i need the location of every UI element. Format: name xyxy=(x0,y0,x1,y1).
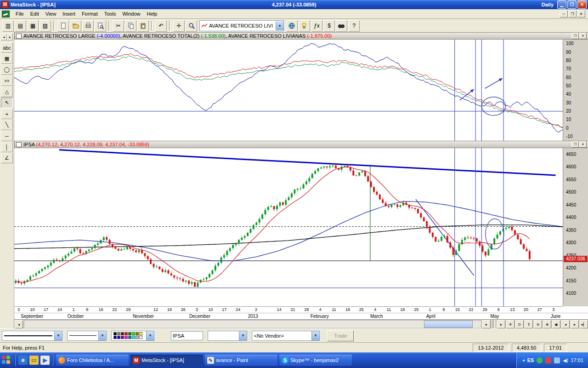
help-icon[interactable]: ? xyxy=(348,20,360,32)
color-swatch[interactable] xyxy=(139,332,142,335)
color-swatch[interactable] xyxy=(124,336,128,339)
symbol-input[interactable] xyxy=(171,331,203,340)
crosshair-mode-button[interactable]: ✛ xyxy=(506,320,514,328)
price-close-button[interactable]: ✕ xyxy=(579,141,587,148)
copy-icon[interactable] xyxy=(125,20,136,32)
page-right-button[interactable]: ▸ xyxy=(497,320,505,328)
color-swatch[interactable] xyxy=(117,332,120,335)
color-swatch[interactable] xyxy=(121,336,124,339)
menu-file[interactable]: File xyxy=(12,10,27,17)
color-swatch[interactable] xyxy=(113,336,117,339)
price-plot[interactable] xyxy=(14,148,563,306)
color-swatch[interactable] xyxy=(136,332,139,335)
text-tool[interactable]: abc xyxy=(1,42,13,53)
start-button[interactable] xyxy=(2,356,11,365)
dropdown-arrow-icon[interactable]: ▼ xyxy=(311,331,319,340)
menu-view[interactable]: View xyxy=(42,10,60,17)
horizontal-line-tool[interactable]: ─ xyxy=(1,131,13,141)
rectangle-tool[interactable]: ▭ xyxy=(1,75,13,86)
color-swatch[interactable] xyxy=(128,332,131,335)
task-button-metastock[interactable]: MMetaStock - [IPSA] xyxy=(130,355,203,366)
dropdown-arrow-icon[interactable]: ▼ xyxy=(146,331,154,340)
menu-edit[interactable]: Edit xyxy=(27,10,42,17)
vertical-line-tool[interactable]: │ xyxy=(1,142,13,152)
task-button-firefox[interactable]: Foro Chilebolsa / A... xyxy=(56,355,129,366)
mdi-close-button[interactable]: ✕ xyxy=(577,10,585,17)
scroll-forward-button[interactable]: ▸ xyxy=(571,320,579,328)
indicator-plot[interactable] xyxy=(14,40,563,141)
dropdown-arrow-icon[interactable]: ▼ xyxy=(98,331,106,340)
open-icon[interactable] xyxy=(70,20,81,32)
line-style-dropdown[interactable]: ▼ xyxy=(2,331,62,341)
color-picker-dropdown[interactable]: ▼ xyxy=(111,331,154,341)
trade-button[interactable]: Trade xyxy=(327,330,354,341)
network-tray-icon[interactable] xyxy=(554,357,560,363)
menu-window[interactable]: Window xyxy=(119,10,143,17)
tile-vertical-icon[interactable]: ▥ xyxy=(2,20,14,32)
task-button-paint[interactable]: ✎avance - Paint xyxy=(205,355,277,366)
zoom-in-button[interactable]: ⊕ xyxy=(543,320,551,328)
task-button-skype[interactable]: SSkype™ - benjamax2 xyxy=(279,355,352,366)
scrollbar-left-arrow[interactable]: ◂ xyxy=(15,320,23,328)
indicator-window-titlebar[interactable]: AVANCE RETROCESO LARGE (-4.00000), AVANC… xyxy=(14,32,588,40)
dropdown-arrow-icon[interactable]: ▼ xyxy=(239,331,247,340)
go-to-end-button[interactable]: ▸▏ xyxy=(580,320,588,328)
color-swatch[interactable] xyxy=(136,336,139,339)
tile-horizontal-icon[interactable]: ▤ xyxy=(15,20,26,32)
tray-clock[interactable]: 17:01 xyxy=(571,357,583,363)
chart-hscrollbar[interactable] xyxy=(24,320,481,328)
paste-icon[interactable] xyxy=(137,20,149,32)
scrollbar-right-arrow[interactable]: ▸ xyxy=(482,320,491,328)
color-swatch[interactable] xyxy=(132,336,135,339)
explorer-icon[interactable] xyxy=(336,20,347,32)
minimize-button[interactable]: ▁ xyxy=(557,0,566,9)
ellipse-tool[interactable]: ◯ xyxy=(1,64,13,75)
move-icon[interactable]: ✛ xyxy=(173,20,185,32)
arrange-icons-icon[interactable]: ▧ xyxy=(40,20,51,32)
palette-scroll-left[interactable]: ◂ xyxy=(1,34,7,40)
price-window-titlebar[interactable]: IPSA (4,270.12, 4,270.12, 4,228.09, 4,23… xyxy=(14,141,588,148)
zoom-reset-button[interactable]: ◉ xyxy=(552,320,560,328)
grid-tool[interactable]: ▦ xyxy=(1,53,13,64)
trendline-tool[interactable]: ╲ xyxy=(1,120,13,130)
mdi-restore-button[interactable]: ❐ xyxy=(568,10,577,17)
quotecenter-icon[interactable] xyxy=(286,20,298,32)
color-swatch[interactable] xyxy=(121,332,124,335)
language-indicator[interactable]: ES xyxy=(527,357,534,363)
mdi-minimize-button[interactable]: ─ xyxy=(560,10,568,17)
line-weight-dropdown[interactable]: ▼ xyxy=(67,331,107,341)
print-preview-icon[interactable] xyxy=(95,20,106,32)
expert-advisor-icon[interactable] xyxy=(299,20,310,32)
skype-tray-icon[interactable] xyxy=(537,357,543,363)
menu-format[interactable]: Format xyxy=(79,10,101,17)
indicator-builder-icon[interactable]: ƒx xyxy=(311,20,322,32)
internet-explorer-icon[interactable]: e xyxy=(18,356,28,365)
zoom-out-button[interactable]: ⊖ xyxy=(534,320,542,328)
period-dropdown[interactable]: ▼ xyxy=(208,331,247,341)
pointer-tool[interactable]: ↖ xyxy=(1,98,13,108)
color-swatch[interactable] xyxy=(124,332,128,335)
media-player-icon[interactable]: ▶ xyxy=(40,356,50,365)
zoom-icon[interactable] xyxy=(186,20,197,32)
palette-scroll-right[interactable]: ▸ xyxy=(7,34,13,40)
vendor-dropdown[interactable]: <No Vendor> ▼ xyxy=(252,331,320,341)
indicator-close-button[interactable]: ✕ xyxy=(579,33,587,39)
antivirus-tray-icon[interactable] xyxy=(545,357,551,363)
color-swatch[interactable] xyxy=(139,336,142,339)
fit-vertical-button[interactable]: ⇕ xyxy=(525,320,533,328)
cascade-windows-icon[interactable]: ▦ xyxy=(27,20,39,32)
undo-icon[interactable]: ↶ xyxy=(155,20,167,32)
color-swatch[interactable] xyxy=(132,332,135,335)
scroll-back-button[interactable]: ◂ xyxy=(561,320,570,328)
maximize-button[interactable]: ❐ xyxy=(567,0,577,9)
tray-collapse-icon[interactable]: ◂ xyxy=(522,358,525,362)
print-icon[interactable] xyxy=(82,20,94,32)
triangle-tool[interactable]: △ xyxy=(1,86,13,97)
menu-tools[interactable]: Tools xyxy=(101,10,119,17)
menu-help[interactable]: Help xyxy=(144,10,161,17)
data-window-button[interactable]: D xyxy=(515,320,524,328)
new-chart-icon[interactable] xyxy=(57,20,69,32)
cut-icon[interactable]: ✂ xyxy=(113,20,124,32)
folder-icon[interactable]: ▭ xyxy=(29,356,39,365)
color-swatch[interactable] xyxy=(117,336,120,339)
